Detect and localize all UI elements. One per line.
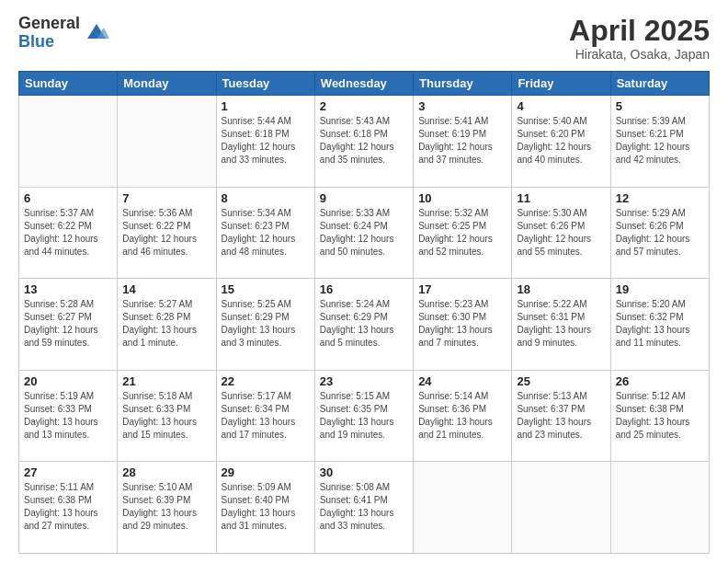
day-number: 7: [122, 191, 210, 205]
day-info: Sunrise: 5:15 AM Sunset: 6:35 PM Dayligh…: [320, 390, 408, 442]
calendar-cell: 21Sunrise: 5:18 AM Sunset: 6:33 PM Dayli…: [118, 370, 216, 462]
day-number: 8: [222, 191, 310, 205]
day-number: 19: [616, 282, 704, 296]
day-info: Sunrise: 5:28 AM Sunset: 6:27 PM Dayligh…: [24, 298, 112, 350]
calendar-cell: 30Sunrise: 5:08 AM Sunset: 6:41 PM Dayli…: [314, 462, 413, 554]
day-info: Sunrise: 5:27 AM Sunset: 6:28 PM Dayligh…: [122, 298, 210, 350]
day-info: Sunrise: 5:33 AM Sunset: 6:24 PM Dayligh…: [320, 207, 408, 259]
calendar-cell: 28Sunrise: 5:10 AM Sunset: 6:39 PM Dayli…: [118, 462, 216, 554]
calendar-cell: [610, 462, 709, 554]
calendar-cell: 3Sunrise: 5:41 AM Sunset: 6:19 PM Daylig…: [414, 96, 512, 188]
calendar-cell: 2Sunrise: 5:43 AM Sunset: 6:18 PM Daylig…: [314, 96, 413, 188]
day-number: 17: [418, 282, 506, 296]
day-info: Sunrise: 5:20 AM Sunset: 6:32 PM Dayligh…: [616, 298, 704, 350]
col-header-wednesday: Wednesday: [314, 72, 413, 96]
day-info: Sunrise: 5:32 AM Sunset: 6:25 PM Dayligh…: [418, 207, 506, 259]
calendar-cell: 5Sunrise: 5:39 AM Sunset: 6:21 PM Daylig…: [610, 96, 709, 188]
day-number: 25: [517, 374, 605, 388]
calendar-cell: [512, 462, 610, 554]
day-number: 27: [24, 465, 112, 479]
col-header-sunday: Sunday: [19, 72, 118, 96]
calendar-cell: 24Sunrise: 5:14 AM Sunset: 6:36 PM Dayli…: [414, 370, 512, 462]
col-header-tuesday: Tuesday: [216, 72, 314, 96]
calendar-cell: 17Sunrise: 5:23 AM Sunset: 6:30 PM Dayli…: [414, 279, 512, 371]
calendar-cell: [118, 96, 216, 188]
calendar-cell: 29Sunrise: 5:09 AM Sunset: 6:40 PM Dayli…: [216, 462, 314, 554]
calendar-cell: 19Sunrise: 5:20 AM Sunset: 6:32 PM Dayli…: [610, 279, 709, 371]
day-info: Sunrise: 5:41 AM Sunset: 6:19 PM Dayligh…: [418, 115, 506, 167]
month-title: April 2025: [569, 15, 710, 47]
calendar-cell: 25Sunrise: 5:13 AM Sunset: 6:37 PM Dayli…: [512, 370, 610, 462]
title-block: April 2025 Hirakata, Osaka, Japan: [569, 15, 710, 62]
day-info: Sunrise: 5:36 AM Sunset: 6:22 PM Dayligh…: [122, 207, 210, 259]
day-number: 24: [418, 374, 506, 388]
day-number: 18: [517, 282, 605, 296]
logo-text: General Blue: [18, 15, 80, 52]
day-number: 11: [517, 191, 605, 205]
day-info: Sunrise: 5:34 AM Sunset: 6:23 PM Dayligh…: [222, 207, 310, 259]
day-info: Sunrise: 5:11 AM Sunset: 6:38 PM Dayligh…: [24, 481, 112, 533]
day-number: 20: [24, 374, 112, 388]
calendar-week-1: 6Sunrise: 5:37 AM Sunset: 6:22 PM Daylig…: [19, 187, 710, 279]
calendar-cell: 14Sunrise: 5:27 AM Sunset: 6:28 PM Dayli…: [118, 279, 216, 371]
calendar-cell: 11Sunrise: 5:30 AM Sunset: 6:26 PM Dayli…: [512, 187, 610, 279]
calendar-week-3: 20Sunrise: 5:19 AM Sunset: 6:33 PM Dayli…: [19, 370, 710, 462]
calendar-cell: 6Sunrise: 5:37 AM Sunset: 6:22 PM Daylig…: [19, 187, 118, 279]
day-number: 2: [320, 99, 408, 113]
day-info: Sunrise: 5:08 AM Sunset: 6:41 PM Dayligh…: [320, 481, 408, 533]
day-info: Sunrise: 5:22 AM Sunset: 6:31 PM Dayligh…: [517, 298, 605, 350]
calendar-cell: 12Sunrise: 5:29 AM Sunset: 6:26 PM Dayli…: [610, 187, 709, 279]
day-info: Sunrise: 5:44 AM Sunset: 6:18 PM Dayligh…: [222, 115, 310, 167]
day-number: 29: [222, 465, 310, 479]
calendar-cell: [19, 96, 118, 188]
day-info: Sunrise: 5:14 AM Sunset: 6:36 PM Dayligh…: [418, 390, 506, 442]
calendar-cell: 9Sunrise: 5:33 AM Sunset: 6:24 PM Daylig…: [314, 187, 413, 279]
header: General Blue April 2025 Hirakata, Osaka,…: [18, 15, 710, 62]
day-info: Sunrise: 5:09 AM Sunset: 6:40 PM Dayligh…: [222, 481, 310, 533]
col-header-saturday: Saturday: [610, 72, 709, 96]
day-number: 30: [320, 465, 408, 479]
day-info: Sunrise: 5:37 AM Sunset: 6:22 PM Dayligh…: [24, 207, 112, 259]
col-header-friday: Friday: [512, 72, 610, 96]
day-info: Sunrise: 5:17 AM Sunset: 6:34 PM Dayligh…: [222, 390, 310, 442]
day-number: 9: [320, 191, 408, 205]
calendar-cell: 10Sunrise: 5:32 AM Sunset: 6:25 PM Dayli…: [414, 187, 512, 279]
calendar-cell: 27Sunrise: 5:11 AM Sunset: 6:38 PM Dayli…: [19, 462, 118, 554]
calendar-cell: 22Sunrise: 5:17 AM Sunset: 6:34 PM Dayli…: [216, 370, 314, 462]
calendar-cell: 18Sunrise: 5:22 AM Sunset: 6:31 PM Dayli…: [512, 279, 610, 371]
calendar-cell: 23Sunrise: 5:15 AM Sunset: 6:35 PM Dayli…: [314, 370, 413, 462]
calendar-cell: 1Sunrise: 5:44 AM Sunset: 6:18 PM Daylig…: [216, 96, 314, 188]
day-info: Sunrise: 5:10 AM Sunset: 6:39 PM Dayligh…: [122, 481, 210, 533]
day-info: Sunrise: 5:23 AM Sunset: 6:30 PM Dayligh…: [418, 298, 506, 350]
day-number: 28: [122, 465, 210, 479]
day-number: 13: [24, 282, 112, 296]
day-info: Sunrise: 5:18 AM Sunset: 6:33 PM Dayligh…: [122, 390, 210, 442]
day-info: Sunrise: 5:39 AM Sunset: 6:21 PM Dayligh…: [616, 115, 704, 167]
calendar-cell: 20Sunrise: 5:19 AM Sunset: 6:33 PM Dayli…: [19, 370, 118, 462]
calendar-cell: 13Sunrise: 5:28 AM Sunset: 6:27 PM Dayli…: [19, 279, 118, 371]
location: Hirakata, Osaka, Japan: [569, 47, 710, 62]
day-info: Sunrise: 5:13 AM Sunset: 6:37 PM Dayligh…: [517, 390, 605, 442]
calendar-cell: 16Sunrise: 5:24 AM Sunset: 6:29 PM Dayli…: [314, 279, 413, 371]
calendar-week-2: 13Sunrise: 5:28 AM Sunset: 6:27 PM Dayli…: [19, 279, 710, 371]
col-header-monday: Monday: [118, 72, 216, 96]
logo-blue: Blue: [18, 33, 80, 52]
day-info: Sunrise: 5:43 AM Sunset: 6:18 PM Dayligh…: [320, 115, 408, 167]
day-number: 12: [616, 191, 704, 205]
logo-icon: [84, 18, 109, 44]
logo: General Blue: [18, 15, 109, 52]
col-header-thursday: Thursday: [414, 72, 512, 96]
logo-general: General: [18, 15, 80, 33]
day-info: Sunrise: 5:25 AM Sunset: 6:29 PM Dayligh…: [222, 298, 310, 350]
day-number: 1: [222, 99, 310, 113]
calendar-cell: 8Sunrise: 5:34 AM Sunset: 6:23 PM Daylig…: [216, 187, 314, 279]
calendar-cell: [414, 462, 512, 554]
calendar-cell: 15Sunrise: 5:25 AM Sunset: 6:29 PM Dayli…: [216, 279, 314, 371]
calendar-table: SundayMondayTuesdayWednesdayThursdayFrid…: [18, 71, 710, 554]
calendar-cell: 26Sunrise: 5:12 AM Sunset: 6:38 PM Dayli…: [610, 370, 709, 462]
calendar-cell: 7Sunrise: 5:36 AM Sunset: 6:22 PM Daylig…: [118, 187, 216, 279]
day-number: 4: [517, 99, 605, 113]
day-number: 5: [616, 99, 704, 113]
calendar-week-0: 1Sunrise: 5:44 AM Sunset: 6:18 PM Daylig…: [19, 96, 710, 188]
day-number: 14: [122, 282, 210, 296]
